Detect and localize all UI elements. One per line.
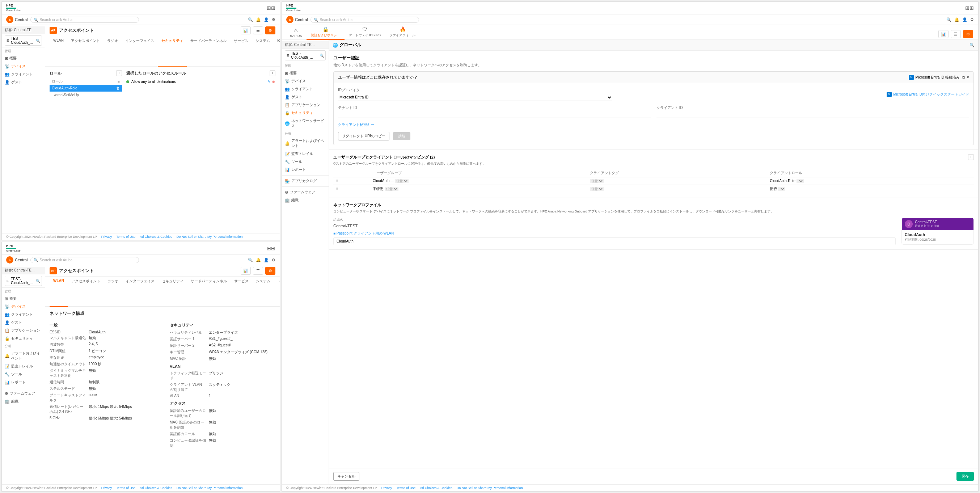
role-select-2[interactable] (778, 187, 785, 191)
ms-link[interactable]: M Microsoft Entra ID向けクイックスタートガイド (887, 92, 969, 97)
trash-icon-role[interactable]: 🗑 (116, 86, 120, 90)
chevron-accordion[interactable]: ▾ (967, 75, 969, 80)
sidebar-item-org-bot[interactable]: 🏢 組織 (2, 398, 45, 406)
role-select-1[interactable] (797, 179, 804, 183)
sidebar-item-clients-bot[interactable]: 👥 クライアント (2, 310, 45, 318)
sidebar-item-apps-bot[interactable]: 📋 アプリケーション (2, 326, 45, 334)
ad-link-top[interactable]: Ad Choices & Cookies (140, 235, 172, 239)
tenant-selector-bot[interactable]: ⊞ TEST-CloudAuth_... 🔍 (5, 276, 42, 286)
terms-link-bot[interactable]: Terms of Use (116, 486, 135, 490)
sidebar-item-tools-right[interactable]: 🔧 ツール (282, 158, 329, 166)
terms-link-top[interactable]: Terms of Use (116, 235, 135, 239)
privacy-link-bot[interactable]: Privacy (101, 486, 112, 490)
cancel-btn[interactable]: キャンセル (333, 472, 360, 481)
terms-link-right[interactable]: Terms of Use (396, 486, 415, 490)
sidebar-item-firmware-bot[interactable]: ⚙ ファームウェア (2, 390, 45, 398)
passpoint-link[interactable]: ■ Passpoint クライアント用の WLAN (333, 231, 896, 236)
settings-icon-right[interactable]: ⚙ (970, 17, 974, 22)
user-icon-top[interactable]: 👤 (264, 17, 269, 22)
tab-security-bot[interactable]: セキュリティ (158, 277, 187, 307)
chart-btn-bot[interactable]: 📊 (241, 267, 251, 275)
search-bar-right[interactable]: 🔍 Search or ask Aruba (310, 17, 419, 23)
chart-btn-top[interactable]: 📊 (241, 26, 251, 34)
bell-icon-top[interactable]: 🔔 (256, 17, 261, 22)
sidebar-item-catalog-right[interactable]: 🏪 アプリカタログ (282, 177, 329, 185)
role-item-cloudauth[interactable]: CloudAuth-Role 🗑 (49, 85, 122, 92)
role-item-wired[interactable]: wired-SetMeUp (49, 92, 122, 99)
tab-iot-bot[interactable]: IoT (274, 277, 280, 307)
sidebar-item-reports-bot[interactable]: 📊 レポート (2, 378, 45, 386)
drag-handle-1[interactable]: ⠿ (333, 177, 371, 185)
sidebar-item-clients-right[interactable]: 👥 クライアント (282, 85, 329, 93)
connect-btn[interactable]: 接続 (393, 132, 410, 140)
sidebar-item-guests-right[interactable]: 👤 ゲスト (282, 93, 329, 101)
redirect-btn[interactable]: リダイレクト URIのコピー (338, 132, 390, 140)
tab-interface-bot[interactable]: インターフェイス (122, 277, 158, 307)
grid-icon-bot[interactable]: ⊞⊞ (267, 245, 275, 251)
sidebar-item-apps-right[interactable]: 📋 アプリケーション (282, 101, 329, 109)
accordion-header[interactable]: ユーザー情報はどこに保存されていますか？ M Microsoft Entra I… (334, 72, 974, 83)
sidebar-item-firmware-right[interactable]: ⚙ ファームウェア (282, 188, 329, 196)
tenant-selector[interactable]: ⊞ TEST-CloudAuth_... 🔍 (5, 35, 42, 46)
grid-icon-right[interactable]: ⊞⊞ (965, 5, 974, 11)
id-provider-select[interactable]: Microsoft Entra ID (338, 94, 612, 101)
settings-btn-right[interactable]: ⚙ (963, 30, 973, 38)
client-secret-link[interactable]: クライアント秘密キー (338, 123, 374, 127)
add-mapping-btn[interactable]: + (968, 154, 974, 160)
settings-btn-top[interactable]: ⚙ (265, 26, 275, 34)
sidebar-item-guests-bot[interactable]: 👤 ゲスト (2, 318, 45, 326)
tab-auth-policy[interactable]: 🔒 認証およびポリシー (307, 25, 345, 40)
tag-select-2[interactable]: 任意 (590, 187, 604, 191)
list-btn-bot[interactable]: ☰ (253, 267, 263, 275)
ad-link-bot[interactable]: Ad Choices & Cookies (140, 486, 172, 490)
sidebar-item-devices-top[interactable]: 📡 デバイス (2, 62, 45, 70)
tab-radio-bot[interactable]: ラジオ (104, 277, 122, 307)
sidebar-item-audit-bot[interactable]: 📝 監査トレイル (2, 362, 45, 370)
tab-iot-top[interactable]: IoT (274, 36, 280, 67)
chart-btn-right[interactable]: 📊 (939, 30, 948, 38)
privacy-link-top[interactable]: Privacy (101, 235, 112, 239)
tab-system-top[interactable]: システム (252, 36, 274, 67)
group-select-1[interactable]: 任意 (395, 179, 409, 183)
bell-icon-right[interactable]: 🔔 (954, 17, 959, 22)
settings-icon-bot[interactable]: ⚙ (272, 258, 275, 262)
privacy-link-top2[interactable]: Do Not Sell or Share My Personal Informa… (177, 235, 243, 239)
tab-wlan-bot[interactable]: WLAN (49, 277, 68, 307)
grid-icon[interactable]: ⊞⊞ (267, 5, 275, 11)
sidebar-item-devices-bot[interactable]: 📡 デバイス (2, 302, 45, 310)
sidebar-item-reports-right[interactable]: 📊 レポート (282, 166, 329, 174)
sidebar-item-network-right[interactable]: 🌐 ネットワークサービス (282, 117, 329, 130)
sidebar-item-security-right[interactable]: 🔒 セキュリティ (282, 109, 329, 117)
tab-third-party-top[interactable]: サードパーティンネル (187, 36, 230, 67)
privacy-link-right[interactable]: Privacy (382, 486, 392, 490)
add-role-btn[interactable]: + (116, 70, 122, 76)
settings-icon-top[interactable]: ⚙ (272, 17, 275, 22)
sidebar-item-org-right[interactable]: 🏢 組織 (282, 196, 329, 204)
search-icon-right[interactable]: 🔍 (248, 17, 253, 22)
delete-icon-rule[interactable]: 🗑 (272, 80, 275, 84)
user-icon-bot[interactable]: 👤 (264, 258, 269, 262)
list-btn-top[interactable]: ☰ (253, 26, 263, 34)
group-select-2[interactable]: 任意 (385, 187, 398, 191)
tab-ap-bot[interactable]: アクセスポイント (68, 277, 104, 307)
user-icon-right[interactable]: 👤 (962, 17, 967, 22)
tab-service-bot[interactable]: サービス (231, 277, 252, 307)
list-btn-right[interactable]: ☰ (951, 30, 961, 38)
sidebar-item-alerts-bot[interactable]: 🔔 アラートおよびイベント (2, 349, 45, 362)
tab-wlan-top[interactable]: WLAN (49, 36, 67, 67)
ad-link-right[interactable]: Ad Choices & Cookies (420, 486, 452, 490)
sidebar-item-overview-bot[interactable]: ⊞ 概要 (2, 295, 45, 302)
privacy-link-bot2[interactable]: Do Not Sell or Share My Personal Informa… (177, 486, 243, 490)
drag-handle-2[interactable]: ⠿ (333, 185, 371, 193)
add-rule-btn[interactable]: + (270, 70, 275, 76)
copy-icon-accordion[interactable]: ⧉ (962, 75, 965, 80)
save-btn[interactable]: 保存 (956, 472, 974, 481)
sidebar-item-tools-bot[interactable]: 🔧 ツール (2, 370, 45, 378)
tab-security-top[interactable]: セキュリティ (158, 36, 187, 67)
sidebar-item-devices-right[interactable]: 📡 デバイス (282, 77, 329, 85)
sidebar-item-overview-top[interactable]: ⊞ 概要 (2, 54, 45, 62)
tab-radio-top[interactable]: ラジオ (103, 36, 122, 67)
global-search-icon[interactable]: 🔍 (969, 43, 975, 48)
do-not-sell-link-right[interactable]: Do Not Sell or Share My Personal Informa… (457, 486, 523, 490)
search-bar-bot[interactable]: 🔍 Search or ask Aruba (30, 257, 139, 263)
